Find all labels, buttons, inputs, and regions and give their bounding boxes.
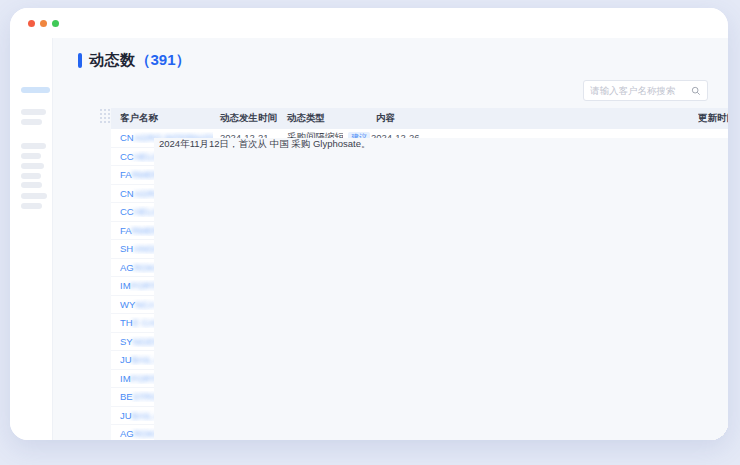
sidebar-item[interactable] — [21, 203, 42, 209]
customer-name-prefix: CN — [120, 132, 134, 143]
sidebar-item-active[interactable] — [21, 87, 50, 93]
content-cell: 2024年11月12日，首次从 中国 采购 Glyphosate。 — [154, 138, 728, 440]
col-header-event-date: 动态发生时间 — [213, 112, 279, 125]
customer-name-prefix: CC — [120, 206, 134, 217]
search-input[interactable] — [590, 85, 691, 96]
customer-name-prefix: CC — [120, 151, 134, 162]
col-header-event-type: 动态类型 — [279, 112, 343, 125]
sidebar-nav — [10, 38, 53, 440]
customer-name-prefix: TH — [120, 317, 133, 328]
sidebar-item[interactable] — [21, 119, 42, 125]
customer-name-prefix: IM — [120, 373, 131, 384]
sidebar-item[interactable] — [21, 143, 46, 149]
sidebar-item[interactable] — [21, 173, 41, 179]
col-header-updated: 更新时间 — [698, 112, 728, 125]
customer-name-prefix: IM — [120, 280, 131, 291]
main-content: 动态数 （391） 客户名称 动态发生时间 动态类型 内容 更新时间 CNAGR… — [53, 38, 728, 440]
app-window: 动态数 （391） 客户名称 动态发生时间 动态类型 内容 更新时间 CNAGR… — [10, 8, 728, 440]
customer-name-prefix: AG — [120, 262, 134, 273]
customer-name-prefix: FA — [120, 225, 132, 236]
search-icon[interactable] — [691, 86, 701, 96]
window-titlebar — [10, 8, 728, 38]
dynamics-table: 客户名称 动态发生时间 动态类型 内容 更新时间 CNAGRO INTERNAT… — [111, 108, 728, 440]
sidebar-item[interactable] — [21, 182, 42, 188]
sidebar-item[interactable] — [21, 153, 41, 159]
customer-name-prefix: AG — [120, 428, 134, 439]
table-body: CNAGRO INTERNATIONAL L... 2024-12-21 采购间… — [111, 129, 728, 440]
col-header-content: 内容 — [371, 112, 698, 125]
page-title-count: （391） — [136, 51, 191, 70]
table-header-row: 客户名称 动态发生时间 动态类型 内容 更新时间 — [111, 108, 728, 129]
customer-name-prefix: JU — [120, 354, 132, 365]
sidebar-item[interactable] — [21, 193, 47, 199]
sidebar-item[interactable] — [21, 109, 46, 115]
window-control-dot[interactable] — [40, 20, 47, 27]
window-controls — [28, 20, 59, 27]
window-control-dot[interactable] — [28, 20, 35, 27]
customer-name-prefix: CN — [120, 188, 134, 199]
sidebar-item[interactable] — [21, 163, 44, 169]
content-text: 2024年11月12日，首次从 中国 采购 Glyphosate。 — [159, 138, 371, 149]
customer-name-prefix: JU — [120, 410, 132, 421]
page-title: 动态数 （391） — [78, 51, 191, 70]
customer-name-prefix: BE — [120, 391, 133, 402]
customer-search[interactable] — [583, 80, 708, 101]
title-accent-bar — [78, 53, 82, 68]
customer-name-prefix: SY — [120, 336, 133, 347]
customer-name-prefix: FA — [120, 169, 132, 180]
window-control-dot[interactable] — [52, 20, 59, 27]
customer-name-prefix: SH — [120, 243, 133, 254]
col-header-customer: 客户名称 — [111, 112, 213, 125]
page-title-label: 动态数 — [89, 51, 136, 70]
customer-name-prefix: WY — [120, 299, 135, 310]
